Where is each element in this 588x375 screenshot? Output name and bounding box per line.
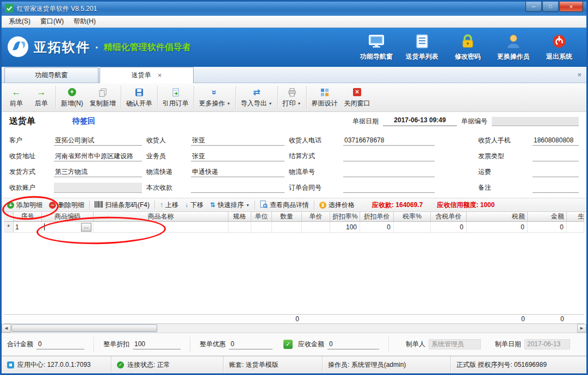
field-freight-input[interactable] [533, 167, 579, 177]
tab-nav-window[interactable]: 功能导航窗 [4, 67, 98, 83]
cell-seq[interactable]: 1 [14, 222, 42, 232]
confirm-order-button[interactable]: 确认开单 [123, 84, 156, 110]
make-date-value: 2017-06-13 [524, 339, 570, 349]
banner-action-delivery-list[interactable]: 送货单列表 [400, 34, 444, 61]
button-label: 打印 [283, 99, 296, 108]
scroll-right-button[interactable]: ▶ [577, 324, 586, 333]
col-product-code[interactable]: 商品编码 [42, 212, 94, 221]
horizontal-scrollbar[interactable]: ◀ ▶ [2, 324, 586, 333]
menu-item-help[interactable]: 帮助(H) [69, 16, 101, 27]
doc-number-field[interactable] [492, 117, 579, 126]
scan-barcode-button[interactable]: 扫描条形码(F4) [91, 199, 153, 211]
banner-action-exit-system[interactable]: 退出系统 [537, 34, 581, 61]
field-invoice-type-input[interactable] [533, 151, 579, 161]
print-button[interactable]: 打印▼ [280, 84, 305, 110]
total-tax-amount: 0 [467, 315, 528, 323]
cell-amount[interactable]: 0 [528, 222, 567, 232]
add-new-button[interactable]: + 新增(N) [58, 84, 86, 110]
whole-discount-input[interactable]: 100 [133, 340, 181, 349]
maximize-button[interactable]: □ [542, 2, 559, 12]
tab-delivery-note[interactable]: 送货单 × [100, 67, 194, 83]
receivable-label: 应收金额 [298, 340, 324, 349]
cell-product-name[interactable] [94, 222, 228, 232]
field-logistics-no-input[interactable] [343, 167, 435, 177]
field-logistics-express-input[interactable]: 申通快递 [191, 167, 284, 177]
ui-design-button[interactable]: 界面设计 [308, 84, 341, 110]
col-discount-price[interactable]: 折扣单价 [360, 212, 394, 221]
transfer-arrows-icon: ⇄ [253, 87, 260, 98]
doc-date-field[interactable]: 2017-06-13 09:49 [383, 116, 457, 126]
menu-item-window[interactable]: 窗口(W) [35, 16, 69, 27]
col-tax-amount[interactable]: 税额 [467, 212, 528, 221]
select-price-button[interactable]: ¥ 选择价格 [316, 199, 358, 211]
more-actions-button[interactable]: » 更多操作▼ [196, 84, 234, 110]
copy-new-button[interactable]: 复制新增 [86, 84, 119, 110]
receivable-input[interactable]: 0 [327, 340, 379, 349]
add-detail-button[interactable]: + 添加明细 [4, 199, 46, 211]
cell-qty[interactable] [272, 222, 302, 232]
field-order-contract-input[interactable] [343, 183, 435, 193]
col-seq[interactable]: 序号 [14, 212, 42, 221]
cell-discount-rate[interactable]: 100 [330, 222, 360, 232]
col-product-name[interactable]: 商品名称 [94, 212, 228, 221]
col-extra[interactable]: 生 [567, 212, 584, 221]
next-doc-button[interactable]: → 后单 [29, 84, 54, 110]
cell-unit-price[interactable] [302, 222, 330, 232]
field-ship-address-input[interactable]: 河南省郑州市中原区建设路 [54, 151, 142, 161]
col-tax-incl-price[interactable]: 含税单价 [431, 212, 467, 221]
cell-spec[interactable] [228, 222, 251, 232]
cell-extra[interactable] [567, 222, 584, 232]
delete-detail-button[interactable]: − 删除明细 [46, 199, 88, 211]
col-discount-rate[interactable]: 折扣率% [330, 212, 360, 221]
quick-sort-button[interactable]: ⇅ 快速排序 ▼ [207, 199, 253, 211]
scrollbar-thumb[interactable] [11, 324, 157, 332]
field-salesman-input[interactable]: 张亚 [191, 151, 284, 161]
scroll-left-button[interactable]: ◀ [2, 324, 11, 333]
prev-doc-button[interactable]: ← 前单 [4, 84, 29, 110]
field-collection-account-input[interactable] [54, 183, 142, 193]
close-button[interactable]: × [559, 2, 583, 12]
field-ship-method-input[interactable]: 第三方物流 [54, 167, 142, 177]
total-amount-input[interactable]: 0 [36, 340, 84, 349]
banner-action-nav-window[interactable]: 功能导航窗 [355, 34, 398, 61]
move-down-button[interactable]: ↓ 下移 [182, 199, 207, 211]
field-consignee-mobile-input[interactable]: 18608080808 [533, 135, 579, 146]
col-qty[interactable]: 数量 [272, 212, 302, 221]
move-up-button[interactable]: ↑ 上移 [157, 199, 182, 211]
reference-order-button[interactable]: 引用订单 [159, 84, 192, 110]
col-tax-rate[interactable]: 税率% [394, 212, 431, 221]
col-unit[interactable]: 单位 [251, 212, 272, 221]
cell-discount-price[interactable]: 0 [360, 222, 394, 232]
menu-item-system[interactable]: 系统(S) [4, 16, 35, 27]
banner-action-switch-operator[interactable]: 更换操作员 [492, 34, 535, 61]
import-export-button[interactable]: ⇄ 导入导出▼ [238, 84, 276, 110]
tab-close-icon[interactable]: × [158, 72, 162, 79]
minimize-button[interactable]: ─ [525, 2, 542, 12]
close-window-button[interactable]: × 关闭窗口 [341, 84, 374, 110]
field-logistics-no-label: 物流单号 [289, 167, 339, 177]
cell-product-code[interactable]: ... [42, 222, 94, 232]
cell-tax-incl-price[interactable]: 0 [431, 222, 467, 232]
grid-totals-row: 0 0 0 [4, 314, 584, 324]
field-customer-input[interactable]: 亚拓公司测试 [54, 135, 142, 146]
recalculate-icon[interactable]: ✓ [283, 340, 293, 349]
whole-promo-input[interactable]: 0 [229, 340, 273, 349]
cell-tax-rate[interactable] [394, 222, 431, 232]
cell-tax-amount[interactable]: 0 [467, 222, 528, 232]
view-product-button[interactable]: 查看商品详情 [257, 199, 312, 211]
field-remark-input[interactable] [533, 183, 579, 193]
chevron-down-icon: ▼ [246, 203, 250, 207]
col-unit-price[interactable]: 单价 [302, 212, 330, 221]
field-current-collection-input[interactable] [191, 183, 284, 193]
field-consignee-phone-input[interactable]: 03716678678 [343, 135, 435, 146]
app-window: 红管家送货单软件 V8.5.201 ─ □ × 系统(S) 窗口(W) 帮助(H… [0, 0, 588, 375]
field-consignee-input[interactable]: 张亚 [191, 135, 284, 146]
banner-action-change-password[interactable]: 修改密码 [446, 34, 490, 61]
col-amount[interactable]: 金额 [528, 212, 567, 221]
tabbar-close-icon[interactable]: × [577, 71, 581, 78]
browse-products-button[interactable]: ... [81, 223, 91, 232]
doc-date-label: 单据日期 [352, 117, 379, 126]
cell-unit[interactable] [251, 222, 272, 232]
field-settlement-input[interactable] [343, 151, 435, 161]
col-spec[interactable]: 规格 [228, 212, 251, 221]
